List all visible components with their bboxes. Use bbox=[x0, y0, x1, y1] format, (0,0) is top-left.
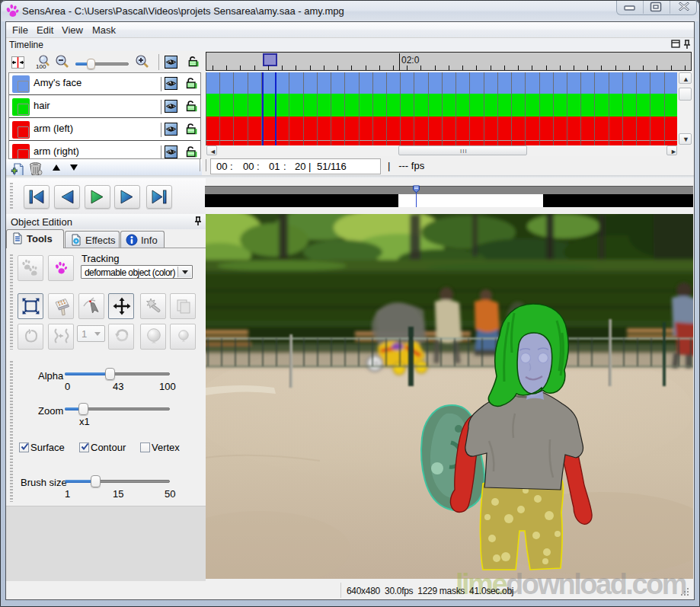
svg-text:100: 100 bbox=[36, 63, 46, 70]
